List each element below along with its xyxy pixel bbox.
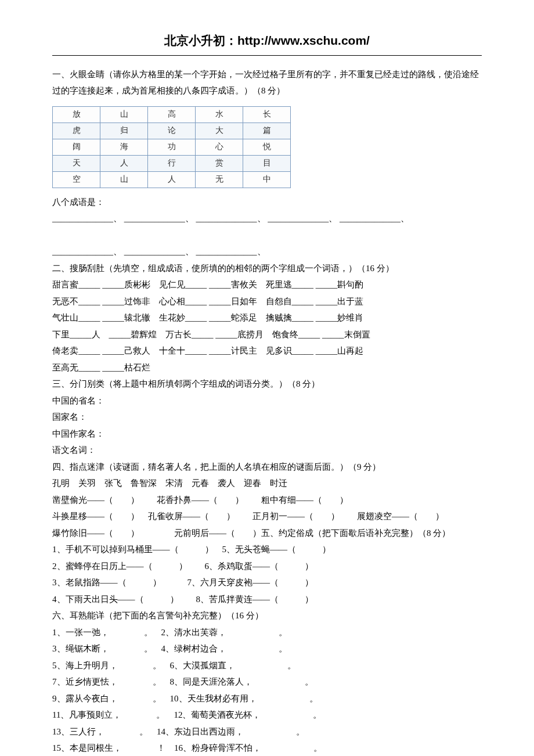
q4-line: 凿壁偷光——（ ） 花香扑鼻——（ ） 粗中有细——（ ） [52, 492, 482, 509]
grid-cell: 山 [100, 171, 148, 188]
q4-line: 斗换星移——（ ） 孔雀收屏——（ ） 正月初一——（ ） 展翅凌空——（ ） [52, 508, 482, 525]
grid-cell: 虎 [53, 123, 100, 139]
q1-blanks-1: ______________、 ______________、 ________… [52, 210, 482, 227]
header-title: 北京小升初： [164, 34, 237, 48]
q3-line: 语文名词： [52, 442, 482, 459]
grid-cell: 人 [148, 171, 196, 188]
grid-cell: 论 [148, 123, 196, 139]
header-url: http://www.xschu.com/ [237, 34, 370, 47]
grid-cell: 大 [196, 123, 243, 139]
grid-cell: 高 [148, 106, 196, 123]
grid-cell: 天 [53, 155, 100, 171]
q6-line: 3、绳锯木断， 。 4、绿树村边合， 。 [52, 640, 482, 657]
grid-cell: 放 [53, 106, 100, 123]
grid-row: 阔 海 功 心 悦 [53, 139, 291, 155]
character-grid: 放 山 高 水 长 虎 归 论 大 篇 阔 海 功 心 悦 天 人 行 赏 目 [52, 106, 291, 188]
grid-cell: 心 [196, 139, 243, 155]
q2-line: 下里_____人 _____碧辉煌 万古长_____ _____底捞月 饱食终_… [52, 326, 482, 343]
q5-line: 4、下雨天出日头——（ ） 8、苦瓜拌黄连——（ ） [52, 591, 482, 608]
q6-line: 1、一张一弛， 。 2、清水出芙蓉， 。 [52, 624, 482, 641]
q3-line: 国家名： [52, 409, 482, 426]
grid-cell: 山 [100, 106, 148, 123]
q4-line: 爆竹除旧——（ ） 元前明后——（ ）五、约定俗成（把下面歇后语补充完整）（8 … [52, 525, 482, 542]
grid-cell: 长 [243, 106, 291, 123]
q6-line: 5、海上升明月， 。 6、大漠孤烟直， 。 [52, 657, 482, 674]
q6-line: 11、凡事预则立， 。 12、葡萄美酒夜光杯， 。 [52, 707, 482, 723]
grid-cell: 篇 [243, 123, 291, 139]
document-body: 一、火眼金睛（请你从方格里的某一个字开始，一次经过格子里所有的字，并不重复已经走… [52, 66, 482, 756]
q6-line: 7、近乡情更怯， 。 8、同是天涯沦落人， 。 [52, 674, 482, 690]
grid-cell: 行 [148, 155, 196, 171]
q2-line: 甜言蜜_____ _____质彬彬 见仁见_____ _____害攸关 死里逃_… [52, 276, 482, 293]
q2-line: 气壮山_____ _____辕北辙 生花妙_____ _____蛇添足 擒贼擒_… [52, 309, 482, 326]
page-header: 北京小升初：http://www.xschu.com/ [52, 29, 482, 53]
grid-row: 放 山 高 水 长 [53, 106, 291, 123]
grid-cell: 中 [243, 171, 291, 188]
grid-cell: 水 [196, 106, 243, 123]
grid-row: 空 山 人 无 中 [53, 171, 291, 188]
grid-row: 虎 归 论 大 篇 [53, 123, 291, 139]
grid-cell: 空 [53, 171, 100, 188]
grid-cell: 人 [100, 155, 148, 171]
grid-cell: 赏 [196, 155, 243, 171]
grid-cell: 悦 [243, 139, 291, 155]
grid-row: 天 人 行 赏 目 [53, 155, 291, 171]
grid-cell: 无 [196, 171, 243, 188]
q5-line: 3、老鼠指路——（ ） 7、六月天穿皮袍——（ ） [52, 574, 482, 591]
q6-line: 9、露从今夜白， 。 10、天生我材必有用， 。 [52, 690, 482, 707]
grid-cell: 归 [100, 123, 148, 139]
q4-title: 四、指点迷津（读谜面，猜名著人名，把上面的人名填在相应的谜面后面。）（9 分） [52, 459, 482, 476]
grid-cell: 功 [148, 139, 196, 155]
q6-line: 15、本是同根生， ！ 16、粉身碎骨浑不怕， 。 [52, 740, 482, 756]
q1-blanks-2: ______________、 ______________、 ________… [52, 243, 482, 260]
q4-names: 孔明 关羽 张飞 鲁智深 宋清 元春 袭人 迎春 时迁 [52, 475, 482, 492]
q1-title: 一、火眼金睛（请你从方格里的某一个字开始，一次经过格子里所有的字，并不重复已经走… [52, 66, 482, 99]
q2-line: 无恶不_____ _____过饰非 心心相_____ _____日如年 自怨自_… [52, 293, 482, 310]
q6-line: 13、三人行， 。 14、东边日出西边雨， 。 [52, 723, 482, 740]
q3-title: 三、分门别类（将上题中相所填邻两个字组成的词语分类。）（8 分） [52, 376, 482, 393]
grid-cell: 海 [100, 139, 148, 155]
q1-label: 八个成语是： [52, 194, 482, 211]
q2-line: 至高无_____ _____枯石烂 [52, 359, 482, 376]
q2-title: 二、搜肠刮肚（先填空，组成成语，使所填的的相邻的两个字组成一个词语，）（16 分… [52, 260, 482, 277]
q2-line: 倚老卖_____ _____己救人 十全十_____ _____计民主 见多识_… [52, 343, 482, 359]
q3-line: 中国的省名： [52, 393, 482, 409]
q5-line: 2、蜜蜂停在日历上——（ ） 6、杀鸡取蛋——（ ） [52, 558, 482, 575]
q3-line: 中国作家名： [52, 426, 482, 442]
header-divider [52, 55, 482, 56]
grid-cell: 阔 [53, 139, 100, 155]
grid-cell: 目 [243, 155, 291, 171]
q5-line: 1、手机不可以掉到马桶里——（ ） 5、无头苍蝇——（ ） [52, 541, 482, 558]
q6-title: 六、耳熟能详（把下面的名言警句补充完整）（16 分） [52, 607, 482, 624]
